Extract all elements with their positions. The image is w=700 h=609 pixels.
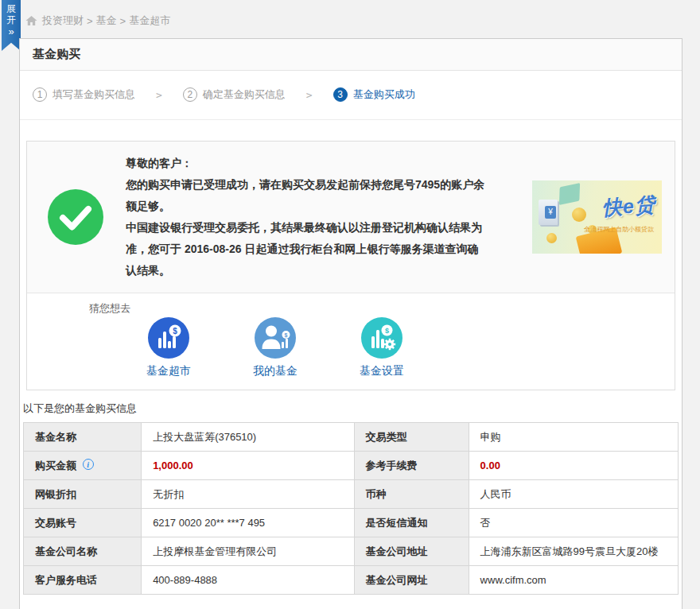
transaction-account-label: 交易账号	[24, 509, 142, 537]
step-1-fill-info: 1 填写基金购买信息	[33, 87, 135, 102]
step-3-label: 基金购买成功	[353, 87, 415, 102]
banner-title: 快e贷	[601, 192, 656, 222]
success-check-icon	[48, 189, 103, 245]
purchase-amount-label: 购买金额 i	[24, 452, 142, 480]
notice-line-2: 中国建设银行受理交易委托，其结果最终确认以注册登记机构确认结果为准，您可于 20…	[126, 217, 485, 281]
yuan-icon: ¥	[545, 206, 556, 219]
customer-service-phone-value: 400-889-4888	[142, 566, 354, 595]
reference-fee-value: 0.00	[469, 452, 678, 480]
table-row: 基金名称 上投大盘蓝筹(376510) 交易类型 申购	[24, 423, 679, 452]
fund-company-address-value: 上海浦东新区富城路99号震旦大厦20楼	[469, 537, 678, 566]
purchase-amount-label-text: 购买金额	[35, 460, 76, 471]
steps-bar: 1 填写基金购买信息 > 2 确定基金购买信息 > 3 基金购买成功	[20, 71, 682, 120]
page-title-bar: 基金购买	[20, 39, 682, 71]
suggested-shortcuts: 猜您想去 $ 基金超市	[27, 293, 675, 390]
fund-market-icon: $	[148, 317, 189, 359]
step-1-label: 填写基金购买信息	[52, 87, 135, 102]
fund-company-website-label: 基金公司网址	[354, 566, 469, 595]
banner-glass-graphic	[559, 183, 580, 205]
fund-settings-icon: $	[361, 317, 402, 359]
main-panel: 基金购买 1 填写基金购买信息 > 2 确定基金购买信息 > 3 基金购买成功 …	[19, 38, 682, 609]
quick-e-loan-ad-banner[interactable]: ¥ 快e贷 全流程网上自助小额贷款	[532, 180, 662, 254]
table-row: 购买金额 i 1,000.00 参考手续费 0.00	[24, 452, 679, 480]
step-2-label: 确定基金购买信息	[203, 87, 286, 102]
shortcut-my-funds[interactable]: $ 我的基金	[251, 317, 299, 378]
svg-text:$: $	[285, 332, 288, 339]
step-2-confirm-info: 2 确定基金购买信息	[183, 87, 286, 102]
step-3-purchase-success: 3 基金购买成功	[333, 87, 415, 102]
step-3-number: 3	[333, 87, 348, 102]
fund-company-address-label: 基金公司地址	[354, 537, 469, 566]
purchase-details-table: 基金名称 上投大盘蓝筹(376510) 交易类型 申购 购买金额 i 1,000…	[23, 422, 679, 595]
info-icon[interactable]: i	[83, 459, 94, 470]
expand-tab-label: 展开	[6, 3, 17, 25]
transaction-type-value: 申购	[469, 423, 678, 452]
banner-passbook-graphic: ¥	[539, 200, 558, 225]
breadcrumb-item-investment[interactable]: 投资理财	[42, 14, 84, 28]
breadcrumb: 投资理财 > 基金 > 基金超市	[25, 13, 170, 29]
my-funds-icon: $	[255, 317, 296, 359]
shortcut-fund-market[interactable]: $ 基金超市	[145, 317, 192, 378]
success-notice: 尊敬的客户： 您的购买申请已受理成功，请在购买交易发起前保持您尾号7495的账户…	[27, 142, 675, 293]
notice-greeting: 尊敬的客户：	[126, 153, 485, 174]
currency-label: 币种	[354, 480, 469, 509]
table-row: 交易账号 6217 0020 20** ***7 495 是否短信通知 否	[24, 509, 679, 537]
notice-box: 尊敬的客户： 您的购买申请已受理成功，请在购买交易发起前保持您尾号7495的账户…	[26, 141, 675, 390]
fund-company-name-value: 上投摩根基金管理有限公司	[142, 537, 354, 566]
shortcut-fund-settings-label: 基金设置	[358, 364, 406, 378]
shortcut-row: $ 基金超市 $ 我的基金	[27, 317, 675, 378]
expand-sidebar-tab[interactable]: 展开 »	[2, 0, 21, 51]
home-icon[interactable]	[25, 15, 37, 26]
shortcut-fund-market-label: 基金超市	[145, 364, 192, 378]
step-separator-icon: >	[156, 89, 162, 101]
purchase-amount-value: 1,000.00	[142, 452, 354, 480]
shortcut-fund-settings[interactable]: $ 基	[358, 317, 406, 378]
purchase-details-section: 以下是您的基金购买信息 基金名称 上投大盘蓝筹(376510) 交易类型 申购 …	[20, 401, 682, 595]
breadcrumb-separator: >	[87, 15, 93, 27]
chevrons-right-icon: »	[2, 26, 21, 37]
step-2-number: 2	[183, 87, 197, 102]
transaction-type-label: 交易类型	[354, 423, 469, 452]
table-row: 网银折扣 无折扣 币种 人民币	[24, 480, 679, 509]
sms-notify-value: 否	[469, 509, 678, 537]
coin-icon	[546, 233, 557, 243]
shortcut-my-funds-label: 我的基金	[251, 364, 299, 378]
ebank-discount-label: 网银折扣	[24, 480, 142, 509]
details-caption: 以下是您的基金购买信息	[23, 401, 679, 416]
breadcrumb-item-fund[interactable]: 基金	[96, 14, 117, 28]
sms-notify-label: 是否短信通知	[354, 509, 469, 537]
fund-name-label: 基金名称	[24, 423, 142, 452]
gear-icon	[384, 339, 395, 350]
fund-company-name-label: 基金公司名称	[24, 537, 142, 566]
breadcrumb-separator: >	[120, 15, 126, 27]
table-row: 客户服务电话 400-889-4888 基金公司网址 www.cifm.com	[24, 566, 679, 595]
transaction-account-value: 6217 0020 20** ***7 495	[142, 509, 354, 537]
banner-subtitle: 全流程网上自助小额贷款	[584, 225, 654, 234]
breadcrumb-item-fund-market: 基金超市	[129, 14, 170, 28]
coin-icon	[572, 208, 586, 222]
reference-fee-label: 参考手续费	[354, 452, 469, 480]
table-row: 基金公司名称 上投摩根基金管理有限公司 基金公司地址 上海浦东新区富城路99号震…	[24, 537, 679, 566]
svg-text:$: $	[173, 327, 177, 336]
customer-service-phone-label: 客户服务电话	[24, 566, 142, 595]
ebank-discount-value: 无折扣	[142, 480, 354, 509]
step-separator-icon: >	[306, 89, 313, 101]
page-title: 基金购买	[33, 47, 80, 62]
fund-name-value: 上投大盘蓝筹(376510)	[142, 423, 354, 452]
currency-value: 人民币	[469, 480, 678, 509]
step-1-number: 1	[33, 87, 47, 102]
svg-text:$: $	[385, 327, 389, 335]
notice-text: 尊敬的客户： 您的购买申请已受理成功，请在购买交易发起前保持您尾号7495的账户…	[126, 153, 485, 281]
notice-line-1: 您的购买申请已受理成功，请在购买交易发起前保持您尾号7495的账户余额足够。	[126, 174, 485, 217]
shortcuts-heading: 猜您想去	[27, 300, 675, 317]
fund-company-website-value: www.cifm.com	[469, 566, 678, 595]
